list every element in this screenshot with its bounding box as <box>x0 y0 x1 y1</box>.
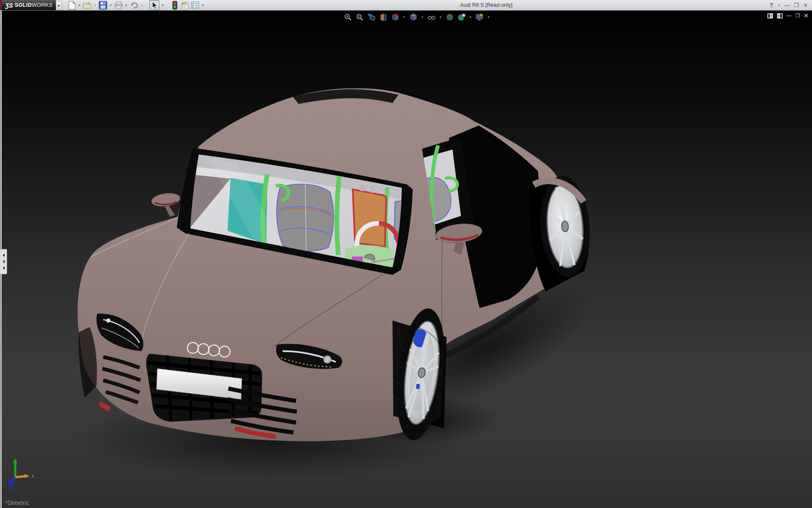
solidworks-logo: ƷS SOLID WORKS <box>2 0 56 10</box>
display-style-icon[interactable] <box>409 13 418 22</box>
zoom-to-area-icon[interactable] <box>355 13 364 22</box>
print-icon <box>114 1 123 10</box>
open-button[interactable] <box>82 0 92 10</box>
open-icon <box>83 1 92 10</box>
app-restore-button[interactable]: ❐ <box>793 2 800 8</box>
options-button[interactable] <box>190 0 200 10</box>
select-tool-dropdown[interactable]: ▼ <box>160 0 165 10</box>
apply-scene-dropdown[interactable]: ▼ <box>469 16 472 19</box>
new-document-dropdown[interactable]: ▼ <box>77 0 82 10</box>
headlight-projector <box>324 356 331 363</box>
doc-minimize-button[interactable]: — <box>787 13 792 19</box>
select-tool-button[interactable] <box>149 0 159 10</box>
model-scene: X <box>0 10 812 508</box>
view-orientation-label: *Dimetric <box>5 500 29 506</box>
pane-right-icon[interactable] <box>777 13 783 19</box>
expander-arrow-icon: ► <box>58 4 61 8</box>
traffic-light-icon <box>170 1 179 10</box>
hide-show-items-dropdown[interactable]: ▼ <box>439 16 442 19</box>
rebuild-settings-button[interactable] <box>180 0 189 10</box>
app-window-controls: ? ▼ — ❐ ✕ <box>768 0 809 10</box>
app-minimize-button[interactable]: — <box>783 2 791 8</box>
graphics-viewport[interactable]: ▼ ▼ ▼ ▼ ▼ <box>0 10 812 508</box>
toolbar-separator <box>145 0 148 10</box>
zoom-to-fit-icon[interactable] <box>343 13 352 22</box>
apply-scene-icon[interactable] <box>457 13 466 22</box>
car-model-audi-r8[interactable] <box>78 88 593 443</box>
section-view-icon[interactable] <box>379 13 388 22</box>
triad-x-label: X <box>31 474 35 479</box>
document-window-controls: — ❐ ✕ <box>767 12 809 19</box>
headlight-bulb <box>106 318 110 323</box>
headsup-view-toolbar: ▼ ▼ ▼ ▼ ▼ <box>343 12 491 22</box>
new-document-button[interactable] <box>67 0 76 10</box>
save-icon <box>99 1 107 10</box>
options-icon <box>191 1 200 10</box>
left-mirror[interactable] <box>151 192 181 217</box>
undo-dropdown[interactable]: ▼ <box>140 0 144 10</box>
undo-button[interactable] <box>129 0 139 10</box>
doc-close-button[interactable]: ✕ <box>804 12 809 19</box>
doc-restore-button[interactable]: ❐ <box>796 13 800 19</box>
window-title: Audi R8 S [Read-only] <box>460 2 513 8</box>
solidworks-logo-text-bold: SOLID <box>15 2 32 8</box>
display-style-dropdown[interactable]: ▼ <box>421 16 424 19</box>
open-dropdown[interactable]: ▼ <box>93 0 97 10</box>
main-toolbar: ▼ ▼ ▼ ▼ <box>67 0 205 10</box>
print-button[interactable] <box>114 0 123 10</box>
save-button[interactable] <box>98 0 107 10</box>
left-red-accent <box>99 401 111 411</box>
select-cursor-icon <box>150 1 159 10</box>
print-dropdown[interactable]: ▼ <box>124 0 129 10</box>
view-orientation-icon[interactable] <box>391 13 400 22</box>
triad-x-axis <box>15 476 25 478</box>
toolbar-expander-button[interactable]: ► <box>56 1 62 10</box>
triad-z-arrow <box>8 480 14 485</box>
triad-z-label-glyph <box>9 485 14 489</box>
new-document-icon <box>67 1 76 10</box>
toolbar-separator <box>166 0 169 10</box>
title-bar: ƷS SOLID WORKS ► ▼ ▼ <box>0 0 812 11</box>
solidworks-logo-mark: ƷS <box>5 2 13 9</box>
view-orientation-dropdown[interactable]: ▼ <box>403 16 406 19</box>
triad-x-arrow <box>25 474 30 478</box>
triad-y-arrow <box>13 458 17 463</box>
undo-icon <box>130 1 139 10</box>
options-dropdown[interactable]: ▼ <box>200 0 205 10</box>
view-settings-icon[interactable] <box>475 13 484 22</box>
view-settings-dropdown[interactable]: ▼ <box>487 16 491 19</box>
edit-appearance-icon[interactable] <box>445 13 454 22</box>
help-button[interactable]: ? <box>768 2 775 8</box>
caliper-detail <box>416 384 420 389</box>
view-traffic-light-button[interactable] <box>170 0 179 10</box>
reference-triad: X <box>8 458 35 489</box>
solidworks-logo-text-light: WORKS <box>32 2 52 8</box>
save-dropdown[interactable]: ▼ <box>108 0 113 10</box>
app-close-button[interactable]: ✕ <box>802 2 809 8</box>
pane-left-icon[interactable] <box>767 13 773 19</box>
help-dropdown[interactable]: ▼ <box>777 0 782 10</box>
hide-show-items-icon[interactable] <box>427 13 436 22</box>
rebuild-settings-icon <box>181 1 189 10</box>
previous-view-icon[interactable] <box>367 13 376 22</box>
